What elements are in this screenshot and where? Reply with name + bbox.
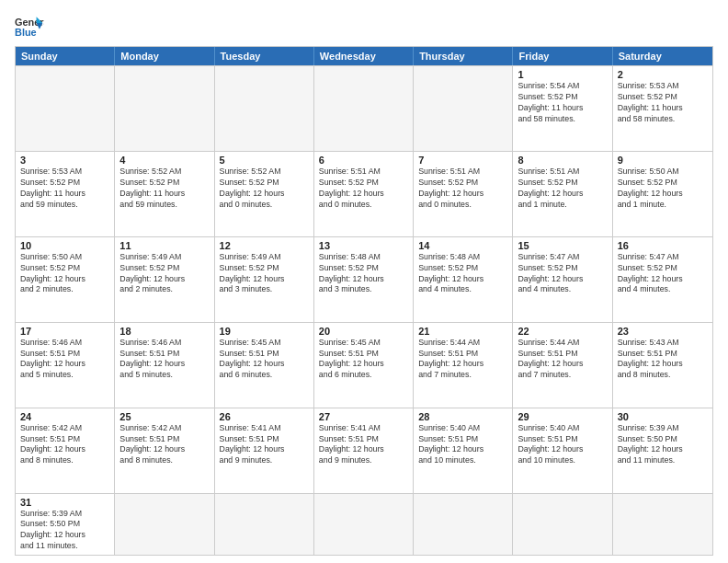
day-info: Sunrise: 5:46 AM Sunset: 5:51 PM Dayligh… [20, 338, 109, 382]
day-info: Sunrise: 5:51 AM Sunset: 5:52 PM Dayligh… [518, 167, 607, 211]
day-number: 9 [618, 155, 708, 166]
day-number: 29 [518, 411, 607, 422]
calendar-cell-3: 3Sunrise: 5:53 AM Sunset: 5:52 PM Daylig… [16, 152, 115, 236]
calendar-cell-empty-5-5 [513, 494, 612, 556]
calendar-row-1: 3Sunrise: 5:53 AM Sunset: 5:52 PM Daylig… [16, 151, 712, 236]
calendar-cell-4: 4Sunrise: 5:52 AM Sunset: 5:52 PM Daylig… [115, 152, 214, 236]
day-info: Sunrise: 5:47 AM Sunset: 5:52 PM Dayligh… [618, 252, 708, 296]
calendar-cell-30: 30Sunrise: 5:39 AM Sunset: 5:50 PM Dayli… [613, 408, 712, 493]
header-day-friday: Friday [513, 47, 612, 65]
header-day-tuesday: Tuesday [215, 47, 314, 65]
calendar-cell-12: 12Sunrise: 5:49 AM Sunset: 5:52 PM Dayli… [215, 237, 314, 322]
calendar-header: SundayMondayTuesdayWednesdayThursdayFrid… [16, 47, 712, 65]
calendar-cell-16: 16Sunrise: 5:47 AM Sunset: 5:52 PM Dayli… [613, 237, 712, 322]
day-info: Sunrise: 5:42 AM Sunset: 5:51 PM Dayligh… [119, 423, 209, 467]
day-number: 5 [220, 155, 309, 166]
calendar-cell-31: 31Sunrise: 5:39 AM Sunset: 5:50 PM Dayli… [16, 494, 115, 556]
calendar-cell-22: 22Sunrise: 5:44 AM Sunset: 5:51 PM Dayli… [513, 323, 612, 408]
day-info: Sunrise: 5:40 AM Sunset: 5:51 PM Dayligh… [518, 423, 607, 467]
calendar-cell-19: 19Sunrise: 5:45 AM Sunset: 5:51 PM Dayli… [215, 323, 314, 408]
day-number: 6 [319, 155, 408, 166]
day-number: 18 [119, 326, 209, 337]
calendar-cell-28: 28Sunrise: 5:40 AM Sunset: 5:51 PM Dayli… [414, 408, 513, 493]
day-number: 12 [220, 240, 309, 251]
day-info: Sunrise: 5:51 AM Sunset: 5:52 PM Dayligh… [418, 167, 507, 211]
day-number: 7 [418, 155, 507, 166]
day-number: 31 [20, 497, 109, 508]
day-info: Sunrise: 5:51 AM Sunset: 5:52 PM Dayligh… [319, 167, 408, 211]
logo: General Blue [15, 15, 44, 40]
day-info: Sunrise: 5:50 AM Sunset: 5:52 PM Dayligh… [20, 252, 109, 296]
logo-icon: General Blue [15, 15, 44, 40]
calendar-cell-11: 11Sunrise: 5:49 AM Sunset: 5:52 PM Dayli… [115, 237, 214, 322]
calendar-cell-5: 5Sunrise: 5:52 AM Sunset: 5:52 PM Daylig… [215, 152, 314, 236]
day-number: 15 [518, 240, 607, 251]
svg-text:Blue: Blue [15, 27, 37, 38]
day-info: Sunrise: 5:54 AM Sunset: 5:52 PM Dayligh… [518, 81, 607, 125]
calendar-cell-21: 21Sunrise: 5:44 AM Sunset: 5:51 PM Dayli… [414, 323, 513, 408]
day-info: Sunrise: 5:53 AM Sunset: 5:52 PM Dayligh… [618, 81, 708, 125]
day-number: 22 [518, 326, 607, 337]
day-number: 19 [220, 326, 309, 337]
calendar-cell-26: 26Sunrise: 5:41 AM Sunset: 5:51 PM Dayli… [215, 408, 314, 493]
page-header: General Blue [15, 11, 713, 40]
day-info: Sunrise: 5:48 AM Sunset: 5:52 PM Dayligh… [319, 252, 408, 296]
day-number: 14 [418, 240, 507, 251]
day-number: 3 [20, 155, 109, 166]
calendar-cell-empty-5-3 [314, 494, 414, 556]
calendar-row-2: 10Sunrise: 5:50 AM Sunset: 5:52 PM Dayli… [16, 236, 712, 322]
day-info: Sunrise: 5:40 AM Sunset: 5:51 PM Dayligh… [418, 423, 507, 467]
calendar-row-3: 17Sunrise: 5:46 AM Sunset: 5:51 PM Dayli… [16, 322, 712, 408]
day-number: 21 [418, 326, 507, 337]
calendar-cell-24: 24Sunrise: 5:42 AM Sunset: 5:51 PM Dayli… [16, 408, 115, 493]
header-day-monday: Monday [115, 47, 214, 65]
header-day-wednesday: Wednesday [314, 47, 414, 65]
day-number: 23 [618, 326, 708, 337]
calendar-cell-empty-0-4 [414, 66, 513, 151]
day-info: Sunrise: 5:52 AM Sunset: 5:52 PM Dayligh… [220, 167, 309, 211]
calendar-cell-empty-5-4 [414, 494, 513, 556]
day-info: Sunrise: 5:44 AM Sunset: 5:51 PM Dayligh… [418, 338, 507, 382]
calendar-cell-17: 17Sunrise: 5:46 AM Sunset: 5:51 PM Dayli… [16, 323, 115, 408]
calendar-cell-10: 10Sunrise: 5:50 AM Sunset: 5:52 PM Dayli… [16, 237, 115, 322]
day-info: Sunrise: 5:49 AM Sunset: 5:52 PM Dayligh… [220, 252, 309, 296]
day-number: 17 [20, 326, 109, 337]
calendar-cell-20: 20Sunrise: 5:45 AM Sunset: 5:51 PM Dayli… [314, 323, 414, 408]
day-number: 13 [319, 240, 408, 251]
day-number: 8 [518, 155, 607, 166]
day-number: 11 [119, 240, 209, 251]
day-info: Sunrise: 5:46 AM Sunset: 5:51 PM Dayligh… [119, 338, 209, 382]
day-number: 25 [119, 411, 209, 422]
calendar: SundayMondayTuesdayWednesdayThursdayFrid… [15, 46, 713, 556]
header-day-saturday: Saturday [613, 47, 712, 65]
day-info: Sunrise: 5:52 AM Sunset: 5:52 PM Dayligh… [119, 167, 209, 211]
calendar-cell-empty-5-1 [115, 494, 214, 556]
header-day-sunday: Sunday [16, 47, 115, 65]
day-info: Sunrise: 5:43 AM Sunset: 5:51 PM Dayligh… [618, 338, 708, 382]
day-info: Sunrise: 5:41 AM Sunset: 5:51 PM Dayligh… [220, 423, 309, 467]
day-info: Sunrise: 5:47 AM Sunset: 5:52 PM Dayligh… [518, 252, 607, 296]
calendar-body: 1Sunrise: 5:54 AM Sunset: 5:52 PM Daylig… [16, 65, 712, 555]
calendar-cell-25: 25Sunrise: 5:42 AM Sunset: 5:51 PM Dayli… [115, 408, 214, 493]
calendar-cell-empty-0-0 [16, 66, 115, 151]
day-number: 2 [618, 69, 708, 80]
day-info: Sunrise: 5:45 AM Sunset: 5:51 PM Dayligh… [319, 338, 408, 382]
calendar-cell-empty-0-3 [314, 66, 414, 151]
calendar-cell-7: 7Sunrise: 5:51 AM Sunset: 5:52 PM Daylig… [414, 152, 513, 236]
calendar-cell-empty-0-1 [115, 66, 214, 151]
calendar-cell-13: 13Sunrise: 5:48 AM Sunset: 5:52 PM Dayli… [314, 237, 414, 322]
calendar-cell-14: 14Sunrise: 5:48 AM Sunset: 5:52 PM Dayli… [414, 237, 513, 322]
calendar-page: General Blue SundayMondayTuesdayWednesda… [0, 0, 728, 563]
day-info: Sunrise: 5:48 AM Sunset: 5:52 PM Dayligh… [418, 252, 507, 296]
calendar-cell-23: 23Sunrise: 5:43 AM Sunset: 5:51 PM Dayli… [613, 323, 712, 408]
calendar-cell-empty-5-6 [613, 494, 712, 556]
calendar-cell-6: 6Sunrise: 5:51 AM Sunset: 5:52 PM Daylig… [314, 152, 414, 236]
calendar-row-4: 24Sunrise: 5:42 AM Sunset: 5:51 PM Dayli… [16, 408, 712, 493]
calendar-cell-27: 27Sunrise: 5:41 AM Sunset: 5:51 PM Dayli… [314, 408, 414, 493]
day-info: Sunrise: 5:41 AM Sunset: 5:51 PM Dayligh… [319, 423, 408, 467]
day-number: 1 [518, 69, 607, 80]
day-number: 20 [319, 326, 408, 337]
calendar-cell-15: 15Sunrise: 5:47 AM Sunset: 5:52 PM Dayli… [513, 237, 612, 322]
day-info: Sunrise: 5:44 AM Sunset: 5:51 PM Dayligh… [518, 338, 607, 382]
day-number: 16 [618, 240, 708, 251]
